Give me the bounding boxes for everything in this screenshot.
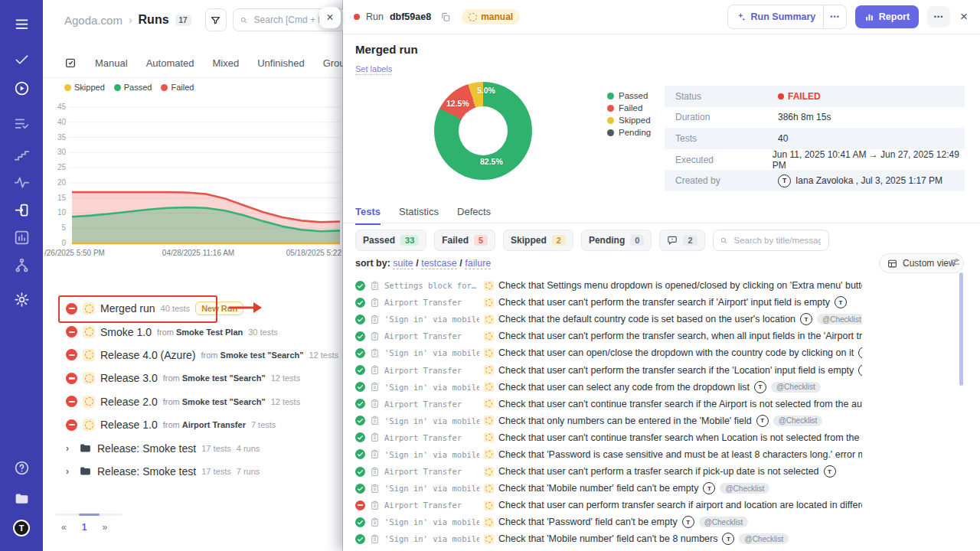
test-suite-name: Airport Transfer bbox=[384, 298, 479, 307]
more-options-button[interactable]: ••• bbox=[927, 6, 950, 28]
reports-icon[interactable] bbox=[13, 229, 30, 246]
assignee-avatar: T bbox=[682, 516, 694, 528]
tab-automated[interactable]: Automated bbox=[146, 57, 194, 69]
test-row[interactable]: 'Sign in' via mobileCheck that user can … bbox=[355, 344, 862, 361]
test-passed-icon bbox=[355, 449, 365, 459]
folder-runs-count: 4 runs bbox=[237, 444, 260, 453]
sort-link-suite[interactable]: suite bbox=[393, 258, 413, 269]
view-settings-icon[interactable] bbox=[949, 256, 961, 268]
projects-folder-icon[interactable] bbox=[13, 490, 30, 507]
run-label: Run bbox=[366, 11, 384, 22]
list-scrollbar[interactable] bbox=[55, 514, 122, 516]
run-list-item[interactable]: Smoke 1.0from Smoke Test Plan30 tests bbox=[43, 320, 342, 343]
filter-button[interactable] bbox=[205, 8, 227, 31]
milestones-icon[interactable] bbox=[13, 146, 30, 163]
branch-icon[interactable] bbox=[13, 256, 30, 273]
test-title: Check that user can select any code from… bbox=[498, 382, 750, 393]
tab-mixed[interactable]: Mixed bbox=[213, 57, 240, 69]
run-detail-drawer: Run dbf59ae8 manual Run Summary ••• Repo… bbox=[343, 0, 980, 551]
run-folder-item[interactable]: ›Release: Smoke test17 tests7 runs bbox=[43, 460, 342, 483]
help-icon[interactable] bbox=[13, 459, 30, 476]
test-row[interactable]: Settings block for…Check that Settings m… bbox=[355, 277, 862, 294]
user-avatar[interactable]: T bbox=[13, 520, 30, 536]
manual-test-icon bbox=[484, 517, 494, 527]
chevron-right-icon[interactable]: › bbox=[66, 443, 74, 454]
filter-chip-pending[interactable]: Pending0 bbox=[581, 230, 652, 251]
tests-search[interactable] bbox=[713, 230, 829, 251]
test-row[interactable]: Airport TransferCheck that user can't co… bbox=[355, 429, 862, 446]
run-list-item[interactable]: Release 2.0from Smoke test "Search"12 te… bbox=[43, 390, 342, 413]
test-row[interactable]: Airport TransferCheck that user can't pe… bbox=[355, 361, 862, 378]
chip-count: 5 bbox=[474, 235, 488, 246]
test-row[interactable]: 'Sign in' via mobileCheck that 'Mobile n… bbox=[355, 530, 862, 547]
test-row[interactable]: 'Sign in' via mobileCheck that the defau… bbox=[355, 311, 862, 328]
copy-icon[interactable] bbox=[440, 11, 451, 22]
run-folder-item[interactable]: ›Release: Smoke test17 tests4 runs bbox=[43, 436, 342, 459]
test-row[interactable]: 'Sign in' via mobileCheck that 'Mobile n… bbox=[355, 480, 862, 497]
test-row[interactable]: 'Sign in' via mobileCheck that 'Password… bbox=[355, 514, 862, 530]
run-summary-button[interactable]: Run Summary ••• bbox=[727, 5, 847, 29]
test-row[interactable]: Airport TransferCheck that user can't pe… bbox=[355, 294, 862, 311]
manual-test-icon bbox=[484, 484, 494, 494]
test-row[interactable]: 'Sign in' via mobileCheck that user can … bbox=[355, 379, 862, 396]
svg-text:40: 40 bbox=[57, 118, 67, 126]
run-list-item[interactable]: Merged run40 testsNew Run bbox=[43, 297, 342, 320]
run-source: from Smoke test "Search" bbox=[163, 397, 266, 406]
menu-icon[interactable] bbox=[13, 15, 30, 32]
test-row[interactable]: Airport TransferCheck that user can't co… bbox=[355, 396, 862, 412]
breadcrumb-project[interactable]: Agoda.com bbox=[64, 14, 122, 27]
chevron-right-icon[interactable]: › bbox=[66, 466, 74, 477]
failed-status-icon bbox=[66, 303, 77, 315]
run-list-item[interactable]: Release 4.0 (Azure)from Smoke test "Sear… bbox=[43, 344, 342, 367]
close-drawer-button[interactable]: × bbox=[959, 9, 969, 24]
manual-test-icon bbox=[484, 365, 494, 375]
test-runs-icon[interactable] bbox=[13, 201, 30, 218]
manual-run-icon bbox=[83, 302, 95, 315]
run-summary-more-button[interactable]: ••• bbox=[823, 5, 845, 28]
settings-gear-icon[interactable] bbox=[13, 291, 30, 308]
assignee-avatar: T bbox=[824, 465, 836, 478]
funnel-icon bbox=[211, 15, 220, 25]
filter-chip-passed[interactable]: Passed33 bbox=[355, 230, 426, 251]
test-cases-icon[interactable] bbox=[13, 115, 30, 132]
filter-chip-failed[interactable]: Failed5 bbox=[434, 230, 495, 251]
drawer-scrollbar[interactable] bbox=[959, 272, 963, 386]
filter-chip-skipped[interactable]: Skipped2 bbox=[503, 230, 573, 251]
test-row[interactable]: 'Sign in' via mobileCheck that 'Password… bbox=[355, 446, 862, 463]
sort-link-failure[interactable]: failure bbox=[465, 258, 491, 269]
run-list-item[interactable]: Release 3.0from Smoke test "Search"12 te… bbox=[43, 367, 342, 390]
sort-link-testcase[interactable]: testcase bbox=[421, 258, 457, 269]
close-panel-button[interactable]: × bbox=[319, 7, 341, 28]
test-title: Check that only numbers can be entered i… bbox=[498, 416, 752, 426]
tab-unfinished[interactable]: Unfinished bbox=[257, 57, 304, 69]
pagination-prev[interactable]: « bbox=[61, 522, 67, 533]
folder-tests-count: 17 tests bbox=[201, 444, 231, 453]
svg-text:25: 25 bbox=[57, 163, 67, 171]
comments-filter-chip[interactable]: 2 bbox=[659, 230, 704, 251]
info-label: Tests bbox=[665, 133, 778, 144]
test-row[interactable]: Airport TransferCheck that user can perf… bbox=[355, 497, 862, 514]
select-runs-icon[interactable] bbox=[64, 57, 77, 69]
test-row[interactable]: Airport TransferCheck that user can't pe… bbox=[355, 463, 862, 480]
legend-dot bbox=[607, 93, 614, 99]
set-labels-link[interactable]: Set labels bbox=[355, 64, 392, 75]
test-row[interactable]: Airport TransferCheck that user can't pe… bbox=[355, 328, 862, 344]
pagination-next[interactable]: » bbox=[102, 522, 107, 533]
assignee-avatar: T bbox=[722, 533, 734, 545]
run-list-item[interactable]: Release 1.0from Airport Transfer7 tests bbox=[43, 413, 342, 436]
test-title: Check that user can open/close the dropd… bbox=[498, 347, 854, 358]
run-name: Release 4.0 (Azure) bbox=[100, 349, 196, 361]
test-row[interactable]: 'Sign in' via mobileCheck that only numb… bbox=[355, 412, 862, 429]
tests-search-input[interactable] bbox=[732, 235, 822, 246]
test-title: Check that 'Password is case sensitive a… bbox=[498, 449, 862, 460]
test-passed-icon bbox=[355, 331, 365, 341]
report-button[interactable]: Report bbox=[855, 5, 919, 28]
tab-manual[interactable]: Manual bbox=[95, 57, 128, 69]
pagination-page[interactable]: 1 bbox=[82, 522, 87, 533]
activity-icon[interactable] bbox=[13, 174, 30, 191]
donut-legend-item-failed: Failed bbox=[607, 103, 651, 112]
check-icon[interactable] bbox=[13, 51, 30, 67]
folder-name: Release: Smoke test bbox=[97, 442, 196, 455]
run-name: Release 3.0 bbox=[100, 372, 158, 384]
play-circle-icon[interactable] bbox=[13, 80, 30, 96]
